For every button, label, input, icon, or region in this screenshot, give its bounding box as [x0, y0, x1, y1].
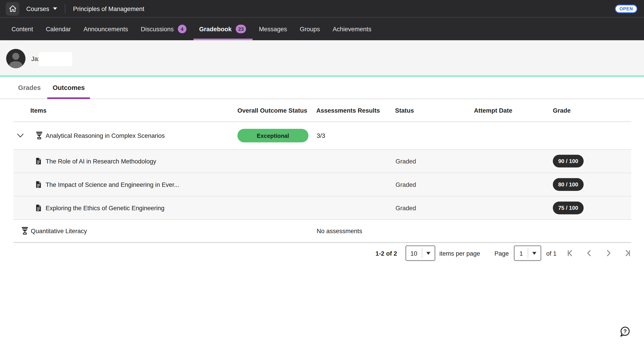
outcome-status-badge: Exceptional	[237, 129, 308, 142]
chevron-down-icon	[53, 8, 57, 10]
outcome-row-analytical[interactable]: Analytical Reasoning in Complex Scenario…	[14, 122, 631, 149]
collapse-row-button[interactable]	[16, 132, 24, 139]
document-icon	[35, 204, 41, 212]
discussions-count-badge: 4	[178, 25, 186, 33]
assessment-row[interactable]: The Impact of Science and Engineering in…	[14, 173, 631, 196]
page-label: Page	[494, 250, 509, 256]
topbar-divider	[65, 4, 66, 13]
outcome-title: Analytical Reasoning in Complex Scenario…	[46, 132, 165, 139]
nav-item-calendar[interactable]: Calendar	[46, 18, 71, 41]
tab-outcomes[interactable]: Outcomes	[47, 77, 90, 99]
assessments-count: 3/3	[316, 132, 325, 139]
col-status: Status	[395, 99, 414, 121]
svg-text:?: ?	[623, 328, 627, 334]
assessment-title[interactable]: The Role of AI in Research Methodology	[46, 158, 156, 165]
assessment-row[interactable]: Exploring the Ethics of Genetic Engineer…	[14, 196, 631, 219]
help-icon: ?	[619, 326, 631, 337]
page-of-label: of 1	[546, 250, 556, 256]
chevron-down-icon	[532, 252, 536, 255]
assessments-count: No assessments	[316, 227, 362, 234]
items-per-page-value: 10	[406, 250, 422, 256]
pagination-bar: 1-2 of 2 10 items per page Page 1 of 1	[14, 240, 631, 266]
funnel-goblet-icon	[21, 227, 29, 235]
nav-item-messages[interactable]: Messages	[259, 18, 287, 41]
nav-item-achievements[interactable]: Achievements	[332, 18, 371, 41]
nav-item-discussions[interactable]: Discussions 4	[141, 18, 186, 41]
page: Courses Principles of Management OPEN Co…	[0, 0, 644, 344]
help-button[interactable]: ?	[619, 326, 631, 337]
courses-dropdown[interactable]: Courses	[26, 5, 57, 12]
assessment-status: Graded	[396, 204, 416, 211]
outcome-title: Quantitative Literacy	[31, 227, 87, 234]
top-bar: Courses Principles of Management OPEN	[0, 0, 644, 17]
assessment-status: Graded	[396, 158, 416, 165]
chevron-down-icon	[17, 133, 24, 138]
course-nav: Content Calendar Announcements Discussio…	[0, 17, 644, 40]
first-page-button[interactable]	[566, 249, 575, 257]
student-header: Jax	[0, 40, 644, 75]
last-page-button[interactable]	[623, 249, 632, 257]
redacted-name-box	[39, 52, 72, 66]
open-status-badge: OPEN	[615, 4, 638, 13]
nav-item-gradebook[interactable]: Gradebook 23	[199, 18, 246, 41]
pagination-arrows	[566, 249, 632, 257]
page-number-value: 1	[514, 250, 528, 256]
outcome-row-quantitative[interactable]: Quantitative Literacy No assessments	[14, 219, 631, 242]
col-assess-results: Assessments Results	[316, 99, 380, 121]
items-per-page-label: items per page	[439, 250, 480, 256]
next-page-button[interactable]	[604, 249, 612, 257]
grade-badge: 80 / 100	[553, 178, 584, 191]
col-grade: Grade	[553, 99, 570, 121]
nav-item-groups[interactable]: Groups	[300, 18, 320, 41]
document-icon	[35, 157, 41, 165]
table-header-row: Items Overall Outcome Status Assessments…	[14, 99, 631, 122]
funnel-goblet-icon	[35, 131, 43, 140]
document-icon	[35, 181, 41, 188]
col-overall-status: Overall Outcome Status	[237, 99, 307, 121]
previous-page-button[interactable]	[585, 249, 594, 257]
page-number-select[interactable]: 1	[514, 245, 541, 261]
grade-badge: 75 / 100	[553, 202, 584, 214]
assessment-title[interactable]: The Impact of Science and Engineering in…	[46, 181, 179, 188]
pagination-range: 1-2 of 2	[376, 250, 397, 256]
teal-accent-bar	[0, 75, 644, 77]
courses-label: Courses	[26, 5, 49, 12]
nav-item-content[interactable]: Content	[12, 18, 33, 41]
outcomes-table: Items Overall Outcome Status Assessments…	[14, 99, 631, 243]
home-icon	[8, 5, 17, 13]
grade-badge: 90 / 100	[553, 155, 584, 168]
assessment-row[interactable]: The Role of AI in Research Methodology G…	[14, 149, 631, 172]
assessment-status: Graded	[396, 181, 416, 188]
gradebook-tabs: Grades Outcomes	[0, 77, 644, 99]
tab-grades[interactable]: Grades	[13, 77, 46, 99]
col-attempt-date: Attempt Date	[474, 99, 512, 121]
chevron-down-icon	[426, 252, 430, 255]
course-title: Principles of Management	[73, 5, 144, 12]
col-items: Items	[30, 99, 46, 121]
avatar	[6, 49, 26, 68]
items-per-page-select[interactable]: 10	[405, 245, 435, 261]
gradebook-count-badge: 23	[236, 25, 246, 33]
nav-item-announcements[interactable]: Announcements	[84, 18, 128, 41]
assessment-title[interactable]: Exploring the Ethics of Genetic Engineer…	[46, 204, 164, 211]
home-button[interactable]	[6, 2, 19, 15]
